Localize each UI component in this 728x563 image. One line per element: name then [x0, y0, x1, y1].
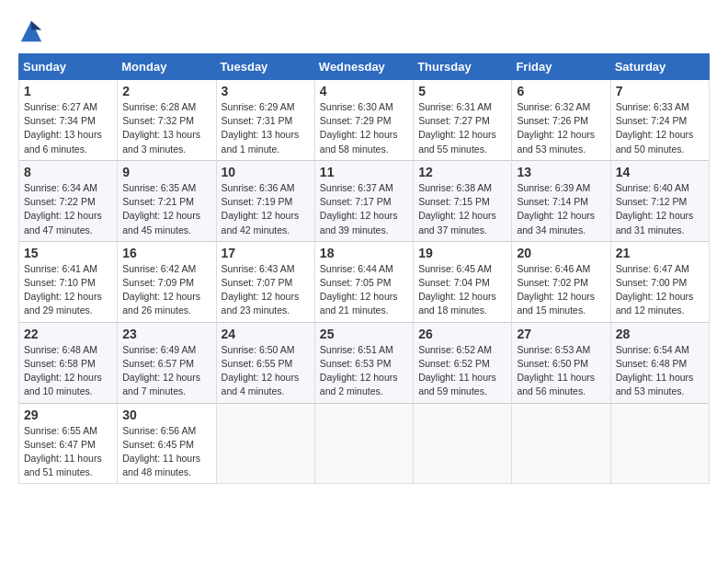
day-number: 14 [616, 165, 704, 179]
day-number: 11 [320, 165, 408, 179]
day-number: 21 [616, 246, 704, 260]
day-number: 30 [122, 408, 210, 422]
day-number: 2 [122, 84, 210, 98]
day-number: 22 [24, 327, 112, 341]
calendar-week-2: 8Sunrise: 6:34 AMSunset: 7:22 PMDaylight… [19, 160, 710, 241]
day-detail: Sunrise: 6:43 AMSunset: 7:07 PMDaylight:… [222, 262, 310, 318]
day-detail: Sunrise: 6:41 AMSunset: 7:10 PMDaylight:… [24, 262, 112, 318]
day-detail: Sunrise: 6:42 AMSunset: 7:09 PMDaylight:… [122, 262, 210, 318]
day-number: 9 [122, 165, 210, 179]
calendar-cell: 20Sunrise: 6:46 AMSunset: 7:02 PMDayligh… [512, 241, 610, 322]
calendar-cell: 25Sunrise: 6:51 AMSunset: 6:53 PMDayligh… [314, 322, 413, 403]
day-number: 1 [24, 84, 112, 98]
day-number: 24 [222, 327, 310, 341]
day-detail: Sunrise: 6:45 AMSunset: 7:04 PMDaylight:… [418, 262, 506, 318]
column-header-sunday: Sunday [19, 54, 118, 80]
day-number: 23 [122, 327, 210, 341]
day-detail: Sunrise: 6:52 AMSunset: 6:52 PMDaylight:… [418, 343, 506, 399]
day-detail: Sunrise: 6:56 AMSunset: 6:45 PMDaylight:… [122, 424, 210, 480]
day-detail: Sunrise: 6:27 AMSunset: 7:34 PMDaylight:… [24, 100, 112, 156]
calendar-cell: 29Sunrise: 6:55 AMSunset: 6:47 PMDayligh… [19, 403, 118, 484]
day-detail: Sunrise: 6:33 AMSunset: 7:24 PMDaylight:… [616, 100, 704, 156]
calendar-cell: 30Sunrise: 6:56 AMSunset: 6:45 PMDayligh… [118, 403, 216, 484]
calendar-cell: 16Sunrise: 6:42 AMSunset: 7:09 PMDayligh… [118, 241, 216, 322]
day-detail: Sunrise: 6:38 AMSunset: 7:15 PMDaylight:… [418, 181, 506, 237]
calendar-header-row: SundayMondayTuesdayWednesdayThursdayFrid… [19, 54, 710, 80]
calendar-cell: 9Sunrise: 6:35 AMSunset: 7:21 PMDaylight… [118, 160, 216, 241]
day-detail: Sunrise: 6:36 AMSunset: 7:19 PMDaylight:… [222, 181, 310, 237]
calendar-cell: 3Sunrise: 6:29 AMSunset: 7:31 PMDaylight… [216, 80, 314, 161]
calendar-table: SundayMondayTuesdayWednesdayThursdayFrid… [18, 53, 710, 484]
day-number: 12 [418, 165, 506, 179]
logo-icon [18, 18, 44, 44]
day-detail: Sunrise: 6:32 AMSunset: 7:26 PMDaylight:… [517, 100, 605, 156]
day-detail: Sunrise: 6:28 AMSunset: 7:32 PMDaylight:… [122, 100, 210, 156]
day-number: 4 [320, 84, 408, 98]
calendar-cell: 28Sunrise: 6:54 AMSunset: 6:48 PMDayligh… [610, 322, 709, 403]
day-number: 16 [122, 246, 210, 260]
calendar-cell: 2Sunrise: 6:28 AMSunset: 7:32 PMDaylight… [118, 80, 216, 161]
calendar-cell: 21Sunrise: 6:47 AMSunset: 7:00 PMDayligh… [610, 241, 709, 322]
column-header-tuesday: Tuesday [216, 54, 314, 80]
calendar-cell [512, 403, 610, 484]
calendar-cell: 18Sunrise: 6:44 AMSunset: 7:05 PMDayligh… [314, 241, 413, 322]
calendar-cell: 23Sunrise: 6:49 AMSunset: 6:57 PMDayligh… [118, 322, 216, 403]
day-number: 6 [517, 84, 605, 98]
calendar-cell [610, 403, 709, 484]
day-number: 8 [24, 165, 112, 179]
day-number: 26 [418, 327, 506, 341]
day-detail: Sunrise: 6:35 AMSunset: 7:21 PMDaylight:… [122, 181, 210, 237]
column-header-thursday: Thursday [414, 54, 512, 80]
day-detail: Sunrise: 6:47 AMSunset: 7:00 PMDaylight:… [616, 262, 704, 318]
day-number: 20 [517, 246, 605, 260]
day-number: 5 [418, 84, 506, 98]
calendar-cell: 22Sunrise: 6:48 AMSunset: 6:58 PMDayligh… [19, 322, 118, 403]
calendar-cell: 4Sunrise: 6:30 AMSunset: 7:29 PMDaylight… [314, 80, 413, 161]
day-detail: Sunrise: 6:39 AMSunset: 7:14 PMDaylight:… [517, 181, 605, 237]
calendar-week-4: 22Sunrise: 6:48 AMSunset: 6:58 PMDayligh… [19, 322, 710, 403]
calendar-week-1: 1Sunrise: 6:27 AMSunset: 7:34 PMDaylight… [19, 80, 710, 161]
column-header-saturday: Saturday [610, 54, 709, 80]
calendar-week-3: 15Sunrise: 6:41 AMSunset: 7:10 PMDayligh… [19, 241, 710, 322]
day-number: 18 [320, 246, 408, 260]
day-detail: Sunrise: 6:48 AMSunset: 6:58 PMDaylight:… [24, 343, 112, 399]
day-number: 17 [222, 246, 310, 260]
calendar-cell: 14Sunrise: 6:40 AMSunset: 7:12 PMDayligh… [610, 160, 709, 241]
day-number: 28 [616, 327, 704, 341]
day-detail: Sunrise: 6:55 AMSunset: 6:47 PMDaylight:… [24, 424, 112, 480]
calendar-cell: 5Sunrise: 6:31 AMSunset: 7:27 PMDaylight… [414, 80, 512, 161]
day-number: 19 [418, 246, 506, 260]
column-header-wednesday: Wednesday [314, 54, 413, 80]
day-number: 27 [517, 327, 605, 341]
calendar-cell: 6Sunrise: 6:32 AMSunset: 7:26 PMDaylight… [512, 80, 610, 161]
svg-marker-1 [31, 21, 41, 30]
day-number: 25 [320, 327, 408, 341]
day-detail: Sunrise: 6:40 AMSunset: 7:12 PMDaylight:… [616, 181, 704, 237]
day-number: 13 [517, 165, 605, 179]
day-number: 29 [24, 408, 112, 422]
day-detail: Sunrise: 6:49 AMSunset: 6:57 PMDaylight:… [122, 343, 210, 399]
calendar-cell [216, 403, 314, 484]
day-detail: Sunrise: 6:34 AMSunset: 7:22 PMDaylight:… [24, 181, 112, 237]
calendar-cell: 13Sunrise: 6:39 AMSunset: 7:14 PMDayligh… [512, 160, 610, 241]
logo [18, 18, 48, 44]
column-header-monday: Monday [118, 54, 216, 80]
calendar-cell: 10Sunrise: 6:36 AMSunset: 7:19 PMDayligh… [216, 160, 314, 241]
day-number: 7 [616, 84, 704, 98]
day-number: 15 [24, 246, 112, 260]
page-header [18, 18, 710, 44]
calendar-cell [314, 403, 413, 484]
column-header-friday: Friday [512, 54, 610, 80]
calendar-cell: 15Sunrise: 6:41 AMSunset: 7:10 PMDayligh… [19, 241, 118, 322]
calendar-cell: 1Sunrise: 6:27 AMSunset: 7:34 PMDaylight… [19, 80, 118, 161]
day-number: 3 [222, 84, 310, 98]
day-detail: Sunrise: 6:29 AMSunset: 7:31 PMDaylight:… [222, 100, 310, 156]
calendar-cell: 17Sunrise: 6:43 AMSunset: 7:07 PMDayligh… [216, 241, 314, 322]
day-detail: Sunrise: 6:54 AMSunset: 6:48 PMDaylight:… [616, 343, 704, 399]
calendar-cell: 27Sunrise: 6:53 AMSunset: 6:50 PMDayligh… [512, 322, 610, 403]
day-detail: Sunrise: 6:30 AMSunset: 7:29 PMDaylight:… [320, 100, 408, 156]
day-detail: Sunrise: 6:37 AMSunset: 7:17 PMDaylight:… [320, 181, 408, 237]
day-detail: Sunrise: 6:44 AMSunset: 7:05 PMDaylight:… [320, 262, 408, 318]
calendar-cell [414, 403, 512, 484]
calendar-cell: 11Sunrise: 6:37 AMSunset: 7:17 PMDayligh… [314, 160, 413, 241]
